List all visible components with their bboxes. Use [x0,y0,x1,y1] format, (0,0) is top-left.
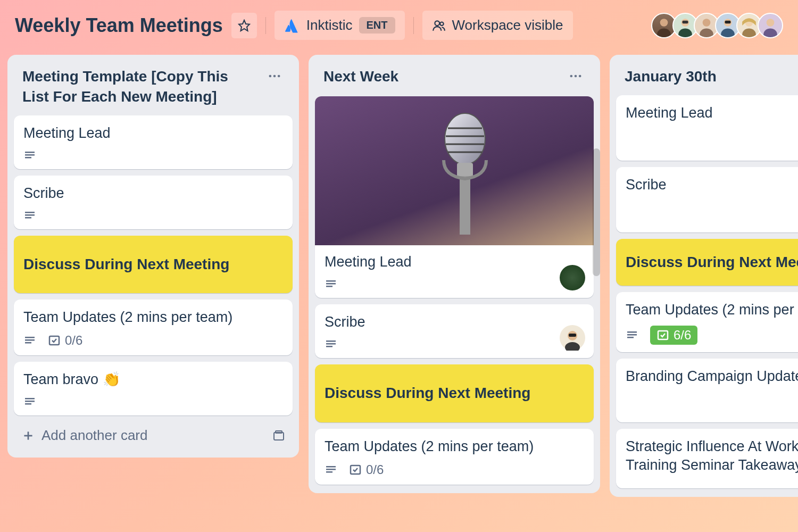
card[interactable]: Meeting Lead [315,96,594,298]
svg-rect-21 [25,154,35,156]
description-icon [325,278,337,290]
card[interactable]: Meeting Lead [616,95,798,161]
card[interactable]: Strategic Influence At Work Training Sem… [616,429,798,488]
list-header: Meeting Template [Copy This List For Eac… [14,63,293,109]
list-title[interactable]: Meeting Template [Copy This List For Eac… [22,66,256,107]
svg-point-15 [767,19,775,27]
svg-point-1 [435,21,439,26]
workspace-name: Inktistic [306,17,353,34]
card[interactable]: Team Updates (2 mins per team) 6/6 [616,292,798,352]
visibility-chip[interactable]: Workspace visible [422,11,573,40]
svg-point-9 [700,28,713,38]
svg-rect-22 [25,157,31,159]
card[interactable]: Discuss During Next Meeting [14,236,293,293]
atlassian-icon [284,18,300,34]
card-title: Discuss During Next Meeting [23,255,283,274]
svg-point-16 [763,28,777,38]
svg-point-11 [721,28,735,38]
checklist-icon [349,463,362,476]
list: Meeting Template [Copy This List For Eac… [7,55,299,458]
svg-rect-27 [25,339,35,341]
list-header: Next Week [315,63,594,90]
svg-point-40 [445,113,485,164]
checklist-badge: 0/6 [349,462,384,477]
description-icon [23,395,36,408]
svg-rect-23 [25,212,35,213]
card-title: Team bravo 👏 [23,370,283,389]
card-member-avatar[interactable] [560,325,585,351]
list-menu-button[interactable] [566,66,585,88]
checklist-count: 0/6 [366,462,384,477]
list-scrollbar[interactable] [593,148,600,276]
card[interactable]: Discuss During Next Meeting [616,239,798,286]
checklist-icon [48,334,61,347]
board-members[interactable] [651,13,783,38]
add-card-label: Add another card [41,427,147,444]
avatar[interactable] [758,13,783,38]
star-button[interactable] [231,13,257,38]
svg-rect-52 [326,346,332,347]
board-title[interactable]: Weekly Team Meetings [15,14,223,37]
svg-rect-62 [627,337,634,338]
add-card-button[interactable]: Add another card [14,422,293,449]
svg-point-38 [575,75,577,78]
svg-rect-32 [25,403,31,405]
list-title[interactable]: Next Week [323,66,398,87]
description-icon [23,149,36,162]
card[interactable]: Team Updates (2 mins per team) 0/6 [14,300,293,355]
card[interactable]: Branding Campaign Update [616,359,798,422]
card[interactable]: Team bravo 👏 [14,362,293,415]
template-icon[interactable] [272,429,285,442]
card[interactable]: Scribe [616,167,798,232]
card-badges: 0/6 [23,333,283,348]
checklist-count: 6/6 [674,328,691,343]
svg-rect-24 [25,214,35,216]
checklist-badge: 6/6 [650,326,697,345]
svg-rect-47 [326,280,336,282]
description-icon [23,334,36,347]
svg-point-8 [703,19,711,27]
people-icon [432,19,446,32]
star-icon [238,19,251,32]
microphone-image [406,107,502,235]
svg-rect-25 [25,217,31,219]
card-title: Meeting Lead [626,104,798,122]
card[interactable]: Scribe [14,176,293,229]
svg-rect-7 [683,20,688,23]
card-badges [325,278,584,290]
card[interactable]: Team Updates (2 mins per team) 0/6 [315,429,594,485]
card-title: Scribe [626,176,798,194]
card-badges [23,395,283,408]
svg-point-4 [657,28,671,38]
svg-marker-0 [239,20,250,31]
checklist-icon [656,329,669,342]
svg-point-18 [273,75,276,78]
board-canvas: Meeting Template [Copy This List For Eac… [0,55,798,497]
card[interactable]: Discuss During Next Meeting [315,364,594,422]
description-icon [626,329,638,342]
svg-rect-55 [569,334,576,337]
svg-rect-35 [274,433,284,440]
card-member-avatar[interactable] [560,265,585,290]
card-title: Scribe [23,184,283,203]
card-title: Branding Campaign Update [626,367,798,386]
ent-badge: ENT [359,17,395,34]
svg-rect-60 [627,331,637,333]
description-icon [325,338,337,351]
card[interactable]: Meeting Lead [14,115,293,169]
list: Next Week [309,55,600,493]
svg-point-14 [742,28,756,38]
ellipsis-icon [267,69,282,84]
checklist-badge: 0/6 [48,333,82,348]
card-badges [23,209,283,222]
list: January 30th Meeting Lead Scribe Discuss… [610,55,798,497]
list-menu-button[interactable] [265,66,284,88]
visibility-label: Workspace visible [452,17,563,34]
workspace-chip[interactable]: Inktistic ENT [275,11,405,40]
card[interactable]: Scribe [315,304,594,358]
board-header: Weekly Team Meetings Inktistic ENT Works… [0,0,798,55]
header-divider [265,17,266,34]
svg-rect-61 [627,334,637,336]
svg-point-39 [579,75,581,78]
list-title[interactable]: January 30th [625,66,717,87]
